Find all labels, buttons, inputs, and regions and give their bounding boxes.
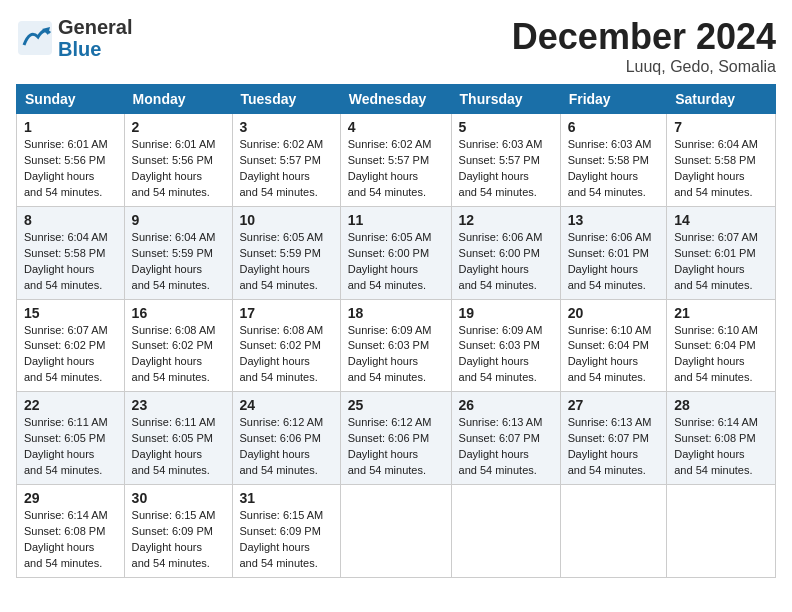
calendar-cell: 23 Sunrise: 6:11 AM Sunset: 6:05 PM Dayl… <box>124 392 232 485</box>
day-number: 7 <box>674 119 768 135</box>
calendar-cell: 20 Sunrise: 6:10 AM Sunset: 6:04 PM Dayl… <box>560 299 667 392</box>
calendar-cell: 31 Sunrise: 6:15 AM Sunset: 6:09 PM Dayl… <box>232 485 340 578</box>
day-info: Sunrise: 6:03 AM Sunset: 5:58 PM Dayligh… <box>568 137 660 201</box>
day-number: 11 <box>348 212 444 228</box>
day-number: 29 <box>24 490 117 506</box>
day-info: Sunrise: 6:12 AM Sunset: 6:06 PM Dayligh… <box>240 415 333 479</box>
day-info: Sunrise: 6:06 AM Sunset: 6:01 PM Dayligh… <box>568 230 660 294</box>
day-info: Sunrise: 6:08 AM Sunset: 6:02 PM Dayligh… <box>240 323 333 387</box>
calendar-cell: 12 Sunrise: 6:06 AM Sunset: 6:00 PM Dayl… <box>451 206 560 299</box>
logo-icon <box>16 19 54 57</box>
day-number: 3 <box>240 119 333 135</box>
day-info: Sunrise: 6:09 AM Sunset: 6:03 PM Dayligh… <box>348 323 444 387</box>
day-number: 25 <box>348 397 444 413</box>
day-number: 9 <box>132 212 225 228</box>
day-info: Sunrise: 6:11 AM Sunset: 6:05 PM Dayligh… <box>132 415 225 479</box>
day-info: Sunrise: 6:13 AM Sunset: 6:07 PM Dayligh… <box>568 415 660 479</box>
day-info: Sunrise: 6:01 AM Sunset: 5:56 PM Dayligh… <box>24 137 117 201</box>
day-info: Sunrise: 6:07 AM Sunset: 6:02 PM Dayligh… <box>24 323 117 387</box>
day-info: Sunrise: 6:14 AM Sunset: 6:08 PM Dayligh… <box>674 415 768 479</box>
day-number: 12 <box>459 212 553 228</box>
day-number: 30 <box>132 490 225 506</box>
calendar-cell: 8 Sunrise: 6:04 AM Sunset: 5:58 PM Dayli… <box>17 206 125 299</box>
day-info: Sunrise: 6:13 AM Sunset: 6:07 PM Dayligh… <box>459 415 553 479</box>
calendar-cell: 10 Sunrise: 6:05 AM Sunset: 5:59 PM Dayl… <box>232 206 340 299</box>
day-number: 28 <box>674 397 768 413</box>
calendar-cell: 18 Sunrise: 6:09 AM Sunset: 6:03 PM Dayl… <box>340 299 451 392</box>
calendar-header-row: SundayMondayTuesdayWednesdayThursdayFrid… <box>17 85 776 114</box>
calendar-cell: 22 Sunrise: 6:11 AM Sunset: 6:05 PM Dayl… <box>17 392 125 485</box>
day-info: Sunrise: 6:01 AM Sunset: 5:56 PM Dayligh… <box>132 137 225 201</box>
page-header: General Blue December 2024 Luuq, Gedo, S… <box>16 16 776 76</box>
calendar-cell: 6 Sunrise: 6:03 AM Sunset: 5:58 PM Dayli… <box>560 114 667 207</box>
svg-rect-0 <box>18 21 52 55</box>
calendar-cell <box>667 485 776 578</box>
col-header-thursday: Thursday <box>451 85 560 114</box>
calendar-cell <box>340 485 451 578</box>
day-number: 6 <box>568 119 660 135</box>
calendar-week-2: 8 Sunrise: 6:04 AM Sunset: 5:58 PM Dayli… <box>17 206 776 299</box>
day-info: Sunrise: 6:04 AM Sunset: 5:58 PM Dayligh… <box>24 230 117 294</box>
day-info: Sunrise: 6:15 AM Sunset: 6:09 PM Dayligh… <box>132 508 225 572</box>
day-number: 1 <box>24 119 117 135</box>
day-number: 14 <box>674 212 768 228</box>
calendar-cell: 11 Sunrise: 6:05 AM Sunset: 6:00 PM Dayl… <box>340 206 451 299</box>
calendar-cell: 16 Sunrise: 6:08 AM Sunset: 6:02 PM Dayl… <box>124 299 232 392</box>
day-info: Sunrise: 6:04 AM Sunset: 5:59 PM Dayligh… <box>132 230 225 294</box>
calendar-cell: 28 Sunrise: 6:14 AM Sunset: 6:08 PM Dayl… <box>667 392 776 485</box>
calendar-cell: 9 Sunrise: 6:04 AM Sunset: 5:59 PM Dayli… <box>124 206 232 299</box>
calendar-cell: 26 Sunrise: 6:13 AM Sunset: 6:07 PM Dayl… <box>451 392 560 485</box>
calendar-cell: 27 Sunrise: 6:13 AM Sunset: 6:07 PM Dayl… <box>560 392 667 485</box>
day-number: 21 <box>674 305 768 321</box>
day-number: 2 <box>132 119 225 135</box>
calendar-cell <box>451 485 560 578</box>
calendar-cell <box>560 485 667 578</box>
calendar-cell: 13 Sunrise: 6:06 AM Sunset: 6:01 PM Dayl… <box>560 206 667 299</box>
day-info: Sunrise: 6:07 AM Sunset: 6:01 PM Dayligh… <box>674 230 768 294</box>
logo-blue: Blue <box>58 38 132 60</box>
calendar-cell: 3 Sunrise: 6:02 AM Sunset: 5:57 PM Dayli… <box>232 114 340 207</box>
day-number: 10 <box>240 212 333 228</box>
day-info: Sunrise: 6:04 AM Sunset: 5:58 PM Dayligh… <box>674 137 768 201</box>
day-number: 8 <box>24 212 117 228</box>
calendar-cell: 7 Sunrise: 6:04 AM Sunset: 5:58 PM Dayli… <box>667 114 776 207</box>
day-number: 4 <box>348 119 444 135</box>
month-title: December 2024 <box>512 16 776 58</box>
day-info: Sunrise: 6:02 AM Sunset: 5:57 PM Dayligh… <box>240 137 333 201</box>
col-header-wednesday: Wednesday <box>340 85 451 114</box>
day-number: 5 <box>459 119 553 135</box>
calendar-week-3: 15 Sunrise: 6:07 AM Sunset: 6:02 PM Dayl… <box>17 299 776 392</box>
day-info: Sunrise: 6:15 AM Sunset: 6:09 PM Dayligh… <box>240 508 333 572</box>
day-info: Sunrise: 6:12 AM Sunset: 6:06 PM Dayligh… <box>348 415 444 479</box>
day-info: Sunrise: 6:05 AM Sunset: 5:59 PM Dayligh… <box>240 230 333 294</box>
day-number: 15 <box>24 305 117 321</box>
calendar-table: SundayMondayTuesdayWednesdayThursdayFrid… <box>16 84 776 578</box>
day-number: 18 <box>348 305 444 321</box>
day-number: 26 <box>459 397 553 413</box>
day-number: 13 <box>568 212 660 228</box>
day-number: 19 <box>459 305 553 321</box>
calendar-cell: 17 Sunrise: 6:08 AM Sunset: 6:02 PM Dayl… <box>232 299 340 392</box>
day-info: Sunrise: 6:05 AM Sunset: 6:00 PM Dayligh… <box>348 230 444 294</box>
day-number: 16 <box>132 305 225 321</box>
day-info: Sunrise: 6:03 AM Sunset: 5:57 PM Dayligh… <box>459 137 553 201</box>
calendar-week-1: 1 Sunrise: 6:01 AM Sunset: 5:56 PM Dayli… <box>17 114 776 207</box>
calendar-cell: 29 Sunrise: 6:14 AM Sunset: 6:08 PM Dayl… <box>17 485 125 578</box>
day-number: 27 <box>568 397 660 413</box>
day-info: Sunrise: 6:08 AM Sunset: 6:02 PM Dayligh… <box>132 323 225 387</box>
calendar-cell: 15 Sunrise: 6:07 AM Sunset: 6:02 PM Dayl… <box>17 299 125 392</box>
day-info: Sunrise: 6:06 AM Sunset: 6:00 PM Dayligh… <box>459 230 553 294</box>
day-info: Sunrise: 6:10 AM Sunset: 6:04 PM Dayligh… <box>568 323 660 387</box>
day-number: 17 <box>240 305 333 321</box>
day-number: 22 <box>24 397 117 413</box>
calendar-week-4: 22 Sunrise: 6:11 AM Sunset: 6:05 PM Dayl… <box>17 392 776 485</box>
calendar-cell: 21 Sunrise: 6:10 AM Sunset: 6:04 PM Dayl… <box>667 299 776 392</box>
title-area: December 2024 Luuq, Gedo, Somalia <box>512 16 776 76</box>
col-header-tuesday: Tuesday <box>232 85 340 114</box>
logo: General Blue <box>16 16 132 60</box>
day-info: Sunrise: 6:11 AM Sunset: 6:05 PM Dayligh… <box>24 415 117 479</box>
day-number: 31 <box>240 490 333 506</box>
location: Luuq, Gedo, Somalia <box>512 58 776 76</box>
logo-general: General <box>58 16 132 38</box>
calendar-cell: 24 Sunrise: 6:12 AM Sunset: 6:06 PM Dayl… <box>232 392 340 485</box>
